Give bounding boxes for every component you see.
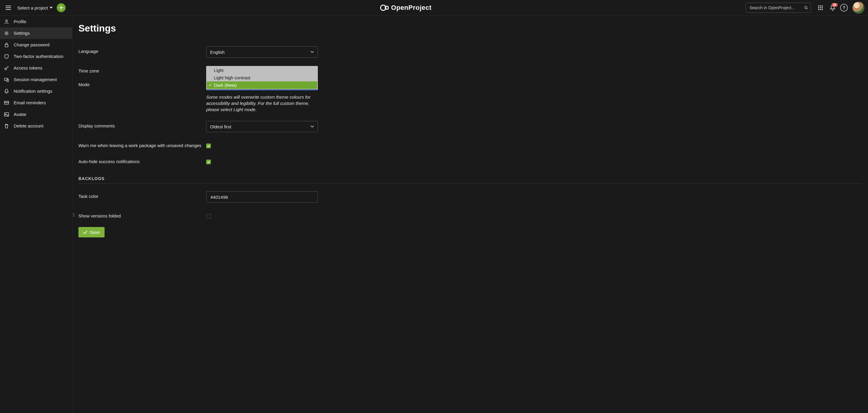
mode-label: Mode [79,80,206,87]
row-task-color: Task color [79,191,862,203]
main-content: Settings Language English Time zone Mode… [72,16,868,413]
app-header: Select a project OpenProject [0,0,868,16]
sidebar-item-notification-settings[interactable]: Notification settings [0,85,72,97]
header-right: 20 ? [746,2,864,14]
search-box[interactable] [746,3,811,13]
svg-point-9 [818,9,819,10]
bell-icon [4,89,9,94]
timezone-label: Time zone [79,66,206,73]
key-icon [4,66,9,70]
sidebar-item-two-factor-authentication[interactable]: Two-factor authentication [0,51,72,62]
notifications-button[interactable]: 20 [830,5,835,11]
sidebar-item-label: Delete account [14,123,43,128]
svg-point-10 [820,9,821,10]
svg-rect-18 [4,101,9,104]
logo-text: OpenProject [391,4,432,11]
warn-unsaved-checkbox[interactable] [206,144,211,148]
check-icon [207,161,210,163]
svg-point-8 [822,7,823,8]
lock-icon [4,42,9,47]
svg-point-7 [820,7,821,8]
image-icon [4,112,9,117]
mode-helper-text: Some modes will overwrite custom theme c… [206,94,318,113]
sidebar-item-label: Notification settings [14,89,52,94]
language-select[interactable]: English [206,46,318,58]
svg-point-3 [818,5,819,6]
mode-option-light-high-contrast[interactable]: Light high contrast [207,74,317,81]
page-title: Settings [79,23,862,34]
question-mark-icon: ? [843,5,845,10]
sidebar-item-delete-account[interactable]: Delete account [0,120,72,131]
check-icon [83,231,87,234]
svg-point-11 [822,9,823,10]
sidebar-item-label: Avatar [14,112,26,117]
search-icon [804,5,808,10]
project-selector[interactable]: Select a project [17,5,53,10]
avatar[interactable] [852,2,864,14]
sidebar-item-change-password[interactable]: Change password [0,39,72,51]
svg-point-5 [822,5,823,6]
autohide-checkbox[interactable] [206,159,211,164]
svg-point-4 [820,5,821,6]
sidebar-item-label: Change password [14,42,50,47]
app-body: ProfileSettingsChange passwordTwo-factor… [0,16,868,413]
apps-button[interactable] [816,3,825,12]
svg-point-12 [6,20,7,22]
logo[interactable]: OpenProject [380,3,432,12]
sidebar-item-label: Session management [14,77,57,82]
svg-point-13 [6,32,7,34]
mode-dropdown[interactable]: LightLight high contrastDark (Beta) [206,66,318,89]
task-color-input[interactable] [210,194,314,200]
save-button-label: Save [90,230,100,235]
add-button[interactable] [57,3,66,12]
sidebar-item-settings[interactable]: Settings [0,27,72,39]
sidebar-item-access-tokens[interactable]: Access tokens [0,62,72,74]
gear-icon [4,31,9,36]
mode-option-dark-beta-[interactable]: Dark (Beta) [207,81,317,89]
project-selector-label: Select a project [17,5,48,10]
sidebar-item-label: Profile [14,19,26,24]
task-color-input-wrap[interactable] [206,191,318,203]
user-icon [4,19,9,24]
plus-icon [59,6,63,10]
section-divider [79,183,862,184]
row-timezone: Time zone [79,66,862,80]
sidebar-item-label: Access tokens [14,65,42,70]
warn-unsaved-label: Warn me when leaving a work package with… [79,141,206,148]
header-center: OpenProject [70,3,741,12]
row-warn-unsaved: Warn me when leaving a work package with… [79,141,862,148]
language-label: Language [79,46,206,54]
sidebar-item-avatar[interactable]: Avatar [0,109,72,120]
sidebar-item-label: Settings [14,31,30,36]
sidebar-item-label: Email reminders [14,100,46,105]
task-color-label: Task color [79,191,206,199]
save-button[interactable]: Save [79,227,104,237]
row-mode: Mode LightLight high contrastDark (Beta)… [79,80,862,113]
help-button[interactable]: ? [840,4,848,11]
row-display-comments: Display comments Oldest first [79,121,862,132]
hamburger-icon [6,6,11,10]
svg-point-6 [818,7,819,8]
hamburger-button[interactable] [4,3,13,12]
svg-point-2 [805,6,807,9]
row-language: Language English [79,46,862,58]
display-comments-select[interactable]: Oldest first [206,121,318,132]
display-comments-label: Display comments [79,121,206,128]
mode-option-light[interactable]: Light [207,66,317,74]
search-input[interactable] [749,5,802,10]
sidebar-item-session-management[interactable]: Session management [0,74,72,85]
sidebar-item-email-reminders[interactable]: Email reminders [0,97,72,109]
sidebar-item-label: Two-factor authentication [14,54,64,59]
logo-icon [380,3,389,12]
display-comments-value: Oldest first [210,124,231,129]
show-versions-checkbox[interactable] [206,214,211,219]
row-autohide: Auto-hide success notifications [79,156,862,164]
notification-badge: 20 [832,3,838,7]
caret-down-icon [50,7,53,9]
sidebar-splitter[interactable]: || [73,212,74,217]
check-icon [207,145,210,147]
mail-icon [4,100,9,105]
svg-rect-14 [5,45,8,47]
chevron-down-icon [310,51,314,53]
sidebar-item-profile[interactable]: Profile [0,16,72,27]
